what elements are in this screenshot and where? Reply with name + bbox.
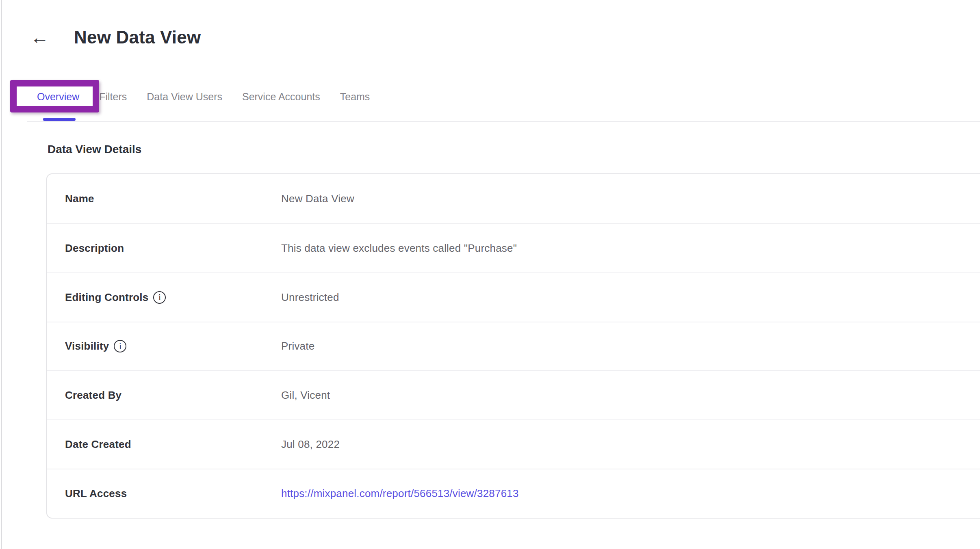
page-title: New Data View (74, 27, 201, 48)
tab-data-view-users[interactable]: Data View Users (147, 89, 222, 105)
row-label: Created By (65, 389, 121, 402)
url-access-link[interactable]: https://mixpanel.com/report/566513/view/… (281, 487, 519, 500)
tab-teams[interactable]: Teams (340, 89, 370, 105)
active-tab-indicator (43, 118, 76, 121)
row-label: Description (65, 242, 124, 255)
row-value: New Data View (281, 192, 354, 205)
row-label: Date Created (65, 438, 131, 451)
tab-bar-divider (27, 121, 980, 122)
page: ← New Data View OverviewFiltersData View… (0, 0, 980, 549)
row-label: Visibility (65, 340, 109, 352)
row-label: URL Access (65, 487, 127, 500)
detail-row-visibility: Visibility i Private (47, 322, 980, 371)
detail-row-name: Name New Data View (47, 174, 980, 223)
detail-row-editing-controls: Editing Controls i Unrestricted (47, 272, 980, 322)
tab-bar: OverviewFiltersData View UsersService Ac… (37, 89, 370, 105)
row-value: Unrestricted (281, 291, 339, 304)
row-value: Private (281, 340, 314, 352)
row-value: Gil, Vicent (281, 389, 330, 402)
tab-overview[interactable]: Overview (37, 89, 79, 105)
tab-service-accounts[interactable]: Service Accounts (242, 89, 320, 105)
details-card: Name New Data View Description This data… (46, 173, 980, 519)
section-heading: Data View Details (48, 143, 141, 156)
row-value: This data view excludes events called "P… (281, 242, 517, 255)
back-arrow-icon: ← (30, 28, 49, 47)
detail-row-created-by: Created By Gil, Vicent (47, 370, 980, 419)
back-button[interactable]: ← (27, 24, 53, 50)
row-value: Jul 08, 2022 (281, 438, 340, 451)
info-icon[interactable]: i (114, 340, 126, 352)
info-icon[interactable]: i (153, 291, 166, 304)
detail-row-date-created: Date Created Jul 08, 2022 (47, 419, 980, 469)
row-label: Name (65, 192, 94, 205)
tab-filters[interactable]: Filters (99, 89, 127, 105)
row-label: Editing Controls (65, 291, 148, 304)
detail-row-url-access: URL Access https://mixpanel.com/report/5… (47, 469, 980, 518)
detail-row-description: Description This data view excludes even… (47, 223, 980, 272)
left-panel-divider (1, 0, 2, 549)
